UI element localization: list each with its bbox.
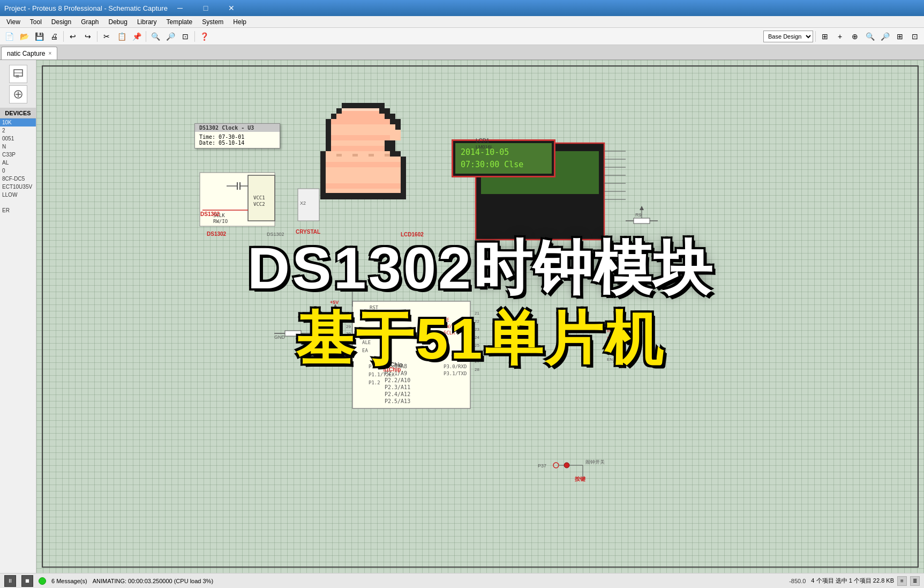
svg-rect-111	[331, 140, 385, 146]
sep4	[194, 31, 195, 42]
tb-zoomin[interactable]: 🔍	[148, 29, 162, 43]
device-al[interactable]: AL	[0, 159, 36, 167]
tb-open[interactable]: 📂	[17, 29, 31, 43]
svg-rect-126	[385, 154, 390, 157]
menubar: View Tool Design Graph Debug Library Tem…	[0, 16, 924, 28]
status-indicator	[39, 577, 46, 585]
sep3	[146, 31, 146, 42]
toolbar: 📄 📂 💾 🖨 ↩ ↪ ✂ 📋 📌 🔍 🔎 ⊡ ❓ Base Design ⊞ …	[0, 28, 924, 45]
ds1302-date: Date: 05-10-14	[199, 140, 275, 146]
devices-panel: DEVICES 10K 2 0051 N C33P AL 0 8CF-DC5 E…	[0, 108, 36, 573]
svg-rect-119	[342, 108, 379, 111]
canvas-area[interactable]: VCC1 VCC2 X2 SCLK RW/IO DS1302 DS1302 P2…	[36, 60, 924, 573]
tb-redo[interactable]: ↪	[81, 29, 95, 43]
tb-paste[interactable]: 📌	[130, 29, 144, 43]
statusbar-right: 4 个项目 选中 1 个项目 22.8 KB ≡ ≣	[811, 576, 920, 586]
svg-rect-124	[352, 154, 358, 157]
tb-help[interactable]: ❓	[197, 29, 211, 43]
menu-tool[interactable]: Tool	[26, 17, 46, 27]
device-llow[interactable]: LLOW	[0, 191, 36, 199]
tb-fit[interactable]: ⊡	[178, 29, 192, 43]
tb-copy[interactable]: 📋	[115, 29, 129, 43]
menu-system[interactable]: System	[198, 17, 228, 27]
device-c33p[interactable]: C33P	[0, 151, 36, 159]
thumbs-up-icon	[310, 98, 406, 205]
device-0[interactable]: 0	[0, 167, 36, 175]
close-button[interactable]: ✕	[219, 1, 244, 16]
menu-debug[interactable]: Debug	[104, 17, 132, 27]
devices-header: DEVICES	[0, 108, 36, 118]
stop-button[interactable]: ⏹	[21, 575, 33, 587]
device-10k[interactable]: 10K	[0, 118, 36, 126]
tb-zoom4[interactable]: ⊡	[908, 29, 922, 43]
device-2[interactable]: 2	[0, 126, 36, 135]
tb-zoom1[interactable]: 🔍	[863, 29, 877, 43]
titlebar-title: Project - Proteus 8 Professional - Schem…	[4, 4, 168, 12]
device-0051[interactable]: 0051	[0, 135, 36, 143]
tool-component[interactable]	[9, 85, 27, 103]
project-info: 4 个项目 选中 1 个项目 22.8 KB	[811, 577, 894, 585]
tab-close-icon[interactable]: ×	[48, 50, 51, 56]
statusbar-icon1[interactable]: ≡	[897, 576, 907, 586]
svg-rect-109	[331, 130, 390, 135]
statusbar-icon2[interactable]: ≣	[910, 576, 920, 586]
menu-template[interactable]: Template	[162, 17, 197, 27]
sep1	[63, 31, 64, 42]
maximize-button[interactable]: □	[193, 1, 218, 16]
ds1302-popup: DS1302 Clock - U3 Time: 07-30-01 Date: 0…	[194, 123, 280, 148]
svg-rect-121	[323, 157, 326, 194]
tb-cut[interactable]: ✂	[100, 29, 114, 43]
minimize-button[interactable]: ─	[168, 1, 192, 16]
tb-undo[interactable]: ↩	[66, 29, 80, 43]
svg-rect-118	[395, 130, 401, 140]
device-ect[interactable]: ECT10U35V	[0, 183, 36, 191]
lcd-display: 2014-10-05 07:30:00 Clse	[452, 139, 555, 177]
sep2	[97, 31, 97, 42]
tb-zoom2[interactable]: 🔎	[878, 29, 892, 43]
tool-select[interactable]: ⊞	[9, 65, 27, 83]
lcd-line1: 2014-10-05	[461, 146, 546, 159]
device-8cf[interactable]: 8CF-DC5	[0, 175, 36, 183]
tabbar: natic Capture ×	[0, 45, 924, 60]
svg-rect-107	[331, 119, 390, 124]
menu-library[interactable]: Library	[133, 17, 161, 27]
menu-graph[interactable]: Graph	[77, 17, 103, 27]
svg-rect-106	[336, 114, 385, 119]
tb-new[interactable]: 📄	[2, 29, 16, 43]
coord-display: -850.0	[789, 578, 806, 584]
sidebar: ⊞ DEVICES 10K 2 0051 N C33P AL 0 8CF-DC5…	[0, 60, 36, 573]
svg-rect-101	[385, 140, 395, 151]
svg-rect-120	[326, 193, 401, 198]
schematic-tab[interactable]: natic Capture ×	[1, 47, 57, 59]
pause-button[interactable]: ⏸	[4, 575, 16, 587]
tb-cursor[interactable]: ⊕	[848, 29, 862, 43]
tb-save[interactable]: 💾	[32, 29, 46, 43]
svg-rect-112	[331, 146, 385, 151]
svg-text:⊞: ⊞	[16, 74, 19, 79]
base-design-dropdown[interactable]: Base Design	[763, 31, 813, 42]
lcd-screen: 2014-10-05 07:30:00 Clse	[455, 143, 552, 174]
tb-add[interactable]: +	[833, 29, 847, 43]
titlebar: Project - Proteus 8 Professional - Schem…	[0, 0, 924, 16]
tb-print[interactable]: 🖨	[47, 29, 61, 43]
ds1302-popup-title: DS1302 Clock - U3	[195, 124, 280, 132]
tb-zoom3[interactable]: ⊞	[893, 29, 907, 43]
menu-view[interactable]: View	[2, 17, 25, 27]
svg-rect-122	[401, 157, 403, 194]
tb-zoomout[interactable]: 🔎	[163, 29, 177, 43]
animation-status: ANIMATING: 00:00:03.250000 (CPU load 3%)	[93, 578, 213, 584]
lcd-line2: 07:30:00 Clse	[461, 159, 546, 171]
menu-help[interactable]: Help	[229, 17, 251, 27]
svg-rect-116	[326, 167, 401, 183]
menu-design[interactable]: Design	[47, 17, 76, 27]
svg-rect-110	[331, 135, 390, 140]
svg-rect-125	[369, 154, 374, 157]
device-n[interactable]: N	[0, 143, 36, 151]
sep5	[815, 31, 816, 42]
titlebar-controls: ─ □ ✕	[168, 1, 244, 16]
statusbar: ⏸ ⏹ 6 Message(s) ANIMATING: 00:00:03.250…	[0, 573, 924, 588]
main-layout: ⊞ DEVICES 10K 2 0051 N C33P AL 0 8CF-DC5…	[0, 60, 924, 573]
tb-grid[interactable]: ⊞	[818, 29, 832, 43]
lcd-label: LCD1 LM016L	[476, 138, 493, 150]
device-er[interactable]: ER	[0, 206, 36, 214]
